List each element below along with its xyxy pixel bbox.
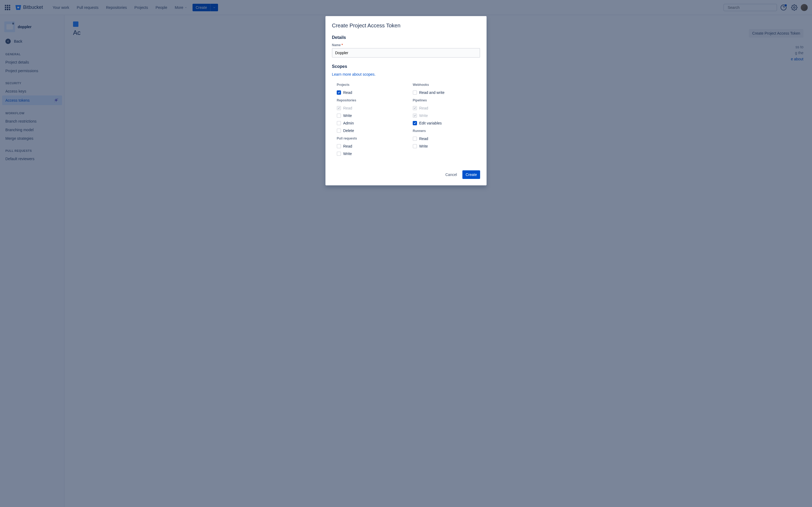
modal-title: Create Project Access Token [332, 22, 480, 29]
checkbox-row-pr-write: Write [337, 150, 404, 158]
checkbox-row-repos-read: Read [337, 104, 404, 112]
checkbox-row-pr-read: Read [337, 143, 404, 150]
name-label: Name * [332, 43, 480, 47]
checkbox-label: Write [419, 113, 428, 118]
checkbox-label[interactable]: Write [419, 144, 428, 148]
scopes-left-column: Projects Read Repositories [337, 81, 404, 160]
checkbox-label: Read [419, 106, 428, 110]
scope-group-repositories: Repositories Read Write [337, 99, 404, 134]
checkbox-row-runners-write: Write [413, 143, 480, 150]
checkbox-row-projects-read: Read [337, 89, 404, 96]
create-button[interactable]: Create [462, 170, 480, 179]
scope-heading-pipelines: Pipelines [413, 99, 480, 102]
scopes-grid: Projects Read Repositories [332, 81, 480, 160]
checkbox-webhooks-rw[interactable] [413, 91, 417, 95]
scope-group-runners: Runners Read Write [413, 129, 480, 150]
scope-heading-repositories: Repositories [337, 99, 404, 102]
checkbox-repos-read [337, 106, 341, 110]
checkbox-runners-write[interactable] [413, 144, 417, 148]
scope-group-projects: Projects Read [337, 83, 404, 96]
checkbox-label[interactable]: Edit variables [419, 121, 442, 125]
name-input[interactable] [332, 48, 480, 58]
checkbox-pr-read[interactable] [337, 144, 341, 148]
checkbox-pr-write[interactable] [337, 152, 341, 156]
checkbox-row-runners-read: Read [413, 135, 480, 143]
checkbox-pipelines-edit-vars[interactable] [413, 121, 417, 125]
scope-group-pull-requests: Pull requests Read Write [337, 136, 404, 158]
learn-more-scopes-link[interactable]: Learn more about scopes. [332, 72, 376, 76]
modal-body: Create Project Access Token Details Name… [325, 16, 487, 166]
checkbox-label[interactable]: Read [343, 144, 352, 148]
checkbox-row-repos-delete: Delete [337, 127, 404, 134]
checkbox-repos-admin[interactable] [337, 121, 341, 125]
scopes-heading: Scopes [332, 64, 480, 69]
checkbox-row-webhooks-rw: Read and write [413, 89, 480, 96]
checkbox-row-pipelines-read: Read [413, 104, 480, 112]
details-heading: Details [332, 35, 480, 40]
name-label-text: Name [332, 43, 341, 47]
required-asterisk: * [341, 43, 343, 47]
checkbox-runners-read[interactable] [413, 136, 417, 141]
cancel-button[interactable]: Cancel [442, 170, 460, 179]
create-token-modal: Create Project Access Token Details Name… [325, 16, 487, 185]
checkbox-label[interactable]: Read [343, 91, 352, 95]
checkbox-label[interactable]: Read [419, 136, 428, 141]
scope-heading-runners: Runners [413, 129, 480, 133]
checkbox-repos-delete[interactable] [337, 128, 341, 133]
modal-footer: Cancel Create [325, 166, 487, 185]
scopes-right-column: Webhooks Read and write Pipelines [413, 81, 480, 160]
modal-overlay[interactable]: Create Project Access Token Details Name… [0, 0, 812, 507]
checkbox-row-repos-admin: Admin [337, 119, 404, 127]
checkbox-label: Read [343, 106, 352, 110]
checkbox-label[interactable]: Read and write [419, 91, 444, 95]
scope-group-pipelines: Pipelines Read Write [413, 99, 480, 127]
checkbox-repos-write[interactable] [337, 113, 341, 118]
scope-heading-webhooks: Webhooks [413, 83, 480, 87]
checkbox-pipelines-write [413, 113, 417, 118]
scope-heading-projects: Projects [337, 83, 404, 87]
checkbox-pipelines-read [413, 106, 417, 110]
checkbox-label[interactable]: Delete [343, 128, 354, 133]
checkbox-row-repos-write: Write [337, 112, 404, 119]
scope-group-webhooks: Webhooks Read and write [413, 83, 480, 96]
checkbox-label[interactable]: Admin [343, 121, 354, 125]
checkbox-label[interactable]: Write [343, 113, 352, 118]
checkbox-projects-read[interactable] [337, 91, 341, 95]
scope-heading-pull-requests: Pull requests [337, 136, 404, 140]
checkbox-row-pipelines-write: Write [413, 112, 480, 119]
checkbox-row-pipelines-edit-vars: Edit variables [413, 119, 480, 127]
checkbox-label[interactable]: Write [343, 152, 352, 156]
